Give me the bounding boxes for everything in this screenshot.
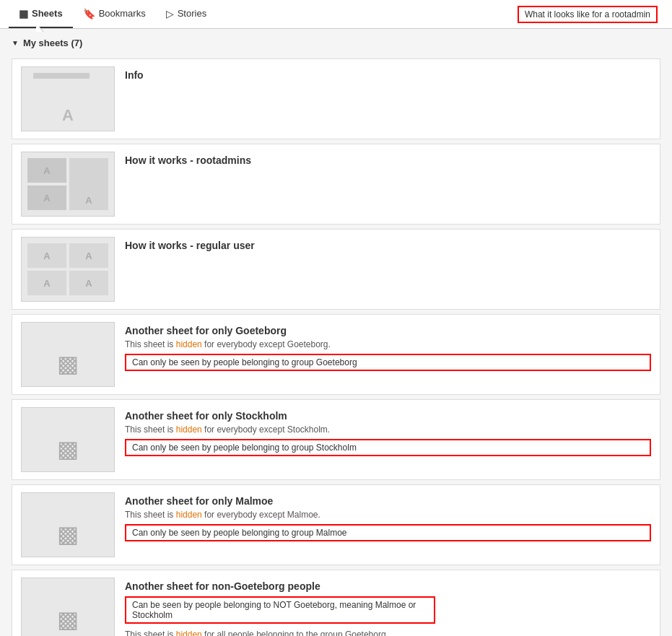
sheet-info-info: Info [125, 66, 651, 81]
desc-after-non-goeteborg: for all people belonging to the group Go… [202, 630, 388, 636]
annotation-non-goeteborg: Can be seen by people belonging to NOT G… [125, 596, 435, 624]
sheet-title-how-rootadmins: How it works - rootadmins [125, 154, 651, 166]
chart-icon-non-goeteborg: ▩ [57, 606, 79, 633]
desc-before-non-goeteborg: This sheet is [125, 630, 176, 636]
chart-icon-stockholm: ▩ [57, 435, 79, 463]
collapse-arrow: ▼ [12, 39, 19, 47]
sheet-item-info[interactable]: A Info [12, 58, 660, 139]
sheet-title-non-goeteborg: Another sheet for non-Goeteborg people [125, 580, 651, 592]
sheet-title-stockholm: Another sheet for only Stockholm [125, 410, 651, 422]
desc-after-goeteborg: for everybody except Goeteborg. [202, 339, 331, 349]
sheet-desc-stockholm: This sheet is hidden for everybody excep… [125, 424, 651, 435]
top-nav: ▦ Sheets 🔖 Bookmarks ▷ Stories What it l… [0, 0, 672, 29]
sheet-item-how-rootadmins[interactable]: A A A How it works - rootadmins [12, 144, 660, 225]
desc-after-malmoe: for everybody except Malmoe. [202, 510, 320, 520]
thumbnail-malmoe: ▩ [21, 492, 115, 557]
thumbnail-goeteborg: ▩ [21, 322, 115, 387]
tab-sheets-label: Sheets [32, 8, 63, 19]
tab-bookmarks-label: Bookmarks [99, 8, 146, 19]
sheet-item-stockholm[interactable]: ▩ Another sheet for only Stockholm This … [12, 399, 660, 480]
thumbnail-non-goeteborg: ▩ [21, 578, 115, 636]
desc-before-goeteborg: This sheet is [125, 339, 176, 349]
desc-hidden-goeteborg: hidden [176, 339, 202, 349]
thumbnail-how-rootadmins: A A A [21, 152, 115, 217]
desc-before-malmoe: This sheet is [125, 510, 176, 520]
my-sheets-section[interactable]: ▼ My sheets (7) [12, 38, 660, 48]
sheet-item-how-regular[interactable]: A A A A How it works - regular user [12, 229, 660, 310]
main-content: ▼ My sheets (7) A Info A A A [0, 29, 672, 636]
desc-before-stockholm: This sheet is [125, 424, 176, 435]
tab-stories[interactable]: ▷ Stories [156, 0, 217, 28]
desc-after-stockholm: for everybody except Stockholm. [202, 424, 330, 435]
desc-hidden-malmoe: hidden [176, 510, 202, 520]
sheet-item-goeteborg[interactable]: ▩ Another sheet for only Goeteborg This … [12, 314, 660, 395]
chart-icon-malmoe: ▩ [57, 520, 79, 548]
desc-hidden-stockholm: hidden [176, 424, 202, 435]
desc-hidden-non-goeteborg: hidden [176, 630, 202, 636]
annotation-stockholm: Can only be seen by people belonging to … [125, 439, 651, 456]
sheet-desc-non-goeteborg: This sheet is hidden for all people belo… [125, 630, 651, 636]
sheet-info-non-goeteborg: Another sheet for non-Goeteborg people C… [125, 578, 651, 636]
annotation-malmoe: Can only be seen by people belonging to … [125, 524, 651, 541]
tab-bookmarks[interactable]: 🔖 Bookmarks [73, 0, 156, 28]
sheet-item-malmoe[interactable]: ▩ Another sheet for only Malmoe This she… [12, 484, 660, 565]
sheet-list: A Info A A A How it works - rootadmins [12, 58, 660, 636]
rootadmin-banner: What it looks like for a rootadmin [518, 6, 658, 23]
sheet-title-info: Info [125, 69, 651, 81]
thumbnail-stockholm: ▩ [21, 407, 115, 472]
sheet-item-non-goeteborg[interactable]: ▩ Another sheet for non-Goeteborg people… [12, 570, 660, 636]
thumbnail-info: A [21, 66, 115, 131]
sheet-title-malmoe: Another sheet for only Malmoe [125, 495, 651, 507]
tab-sheets[interactable]: ▦ Sheets [9, 0, 73, 28]
stories-icon: ▷ [166, 8, 174, 19]
sheet-title-goeteborg: Another sheet for only Goeteborg [125, 325, 651, 336]
sheet-desc-malmoe: This sheet is hidden for everybody excep… [125, 510, 651, 520]
thumbnail-how-regular: A A A A [21, 237, 115, 302]
annotation-goeteborg: Can only be seen by people belonging to … [125, 354, 651, 371]
sheet-info-how-regular: How it works - regular user [125, 237, 651, 251]
sheet-info-malmoe: Another sheet for only Malmoe This sheet… [125, 492, 651, 541]
sheets-icon: ▦ [19, 8, 28, 19]
sheet-desc-goeteborg: This sheet is hidden for everybody excep… [125, 339, 651, 349]
sheet-info-stockholm: Another sheet for only Stockholm This sh… [125, 407, 651, 456]
tab-stories-label: Stories [178, 8, 206, 19]
chart-icon-goeteborg: ▩ [57, 350, 79, 378]
sheet-info-goeteborg: Another sheet for only Goeteborg This sh… [125, 322, 651, 371]
bookmarks-icon: 🔖 [83, 8, 95, 19]
section-title: My sheets (7) [23, 38, 82, 48]
sheet-info-how-rootadmins: How it works - rootadmins [125, 152, 651, 166]
sheet-title-how-regular: How it works - regular user [125, 240, 651, 251]
